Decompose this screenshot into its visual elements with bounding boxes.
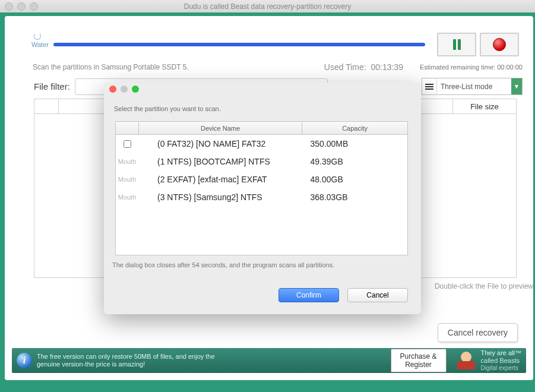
estimated-time: Estimated remaining time: 00:00:00 bbox=[420, 64, 523, 71]
spinner-label: Water bbox=[31, 41, 49, 48]
col-device-name[interactable]: Device Name bbox=[139, 122, 302, 134]
dialog-close-icon[interactable] bbox=[109, 86, 116, 93]
scan-target-text: Scan the partitions in Samsung Portable … bbox=[33, 63, 189, 71]
footer-brand: They are all™ called Beasts Digital expe… bbox=[481, 349, 521, 372]
partition-row[interactable]: Mouth(2 EXFAT) [exfat-mac] EXFAT48.00GB bbox=[116, 170, 407, 188]
dialog-titlebar bbox=[104, 83, 421, 96]
select-partition-dialog: Select the partition you want to scan. D… bbox=[104, 83, 421, 314]
partition-name: (0 FAT32) [NO NAME] FAT32 bbox=[138, 139, 308, 148]
traffic-lights bbox=[5, 2, 38, 11]
dialog-buttons: Confirm Cancel bbox=[278, 288, 408, 302]
cancel-recovery-button[interactable]: Cancel recovery bbox=[438, 323, 518, 342]
partition-check-label: Mouth bbox=[118, 194, 137, 201]
zoom-icon[interactable] bbox=[30, 2, 38, 11]
partition-rows: (0 FAT32) [NO NAME] FAT32350.00MBMouth(1… bbox=[116, 135, 407, 206]
partition-capacity: 49.39GB bbox=[308, 157, 407, 166]
partition-table: Device Name Capacity (0 FAT32) [NO NAME]… bbox=[115, 121, 408, 255]
partition-checkbox[interactable] bbox=[124, 140, 131, 148]
stop-icon bbox=[493, 38, 506, 51]
partition-capacity: 48.00GB bbox=[308, 175, 407, 184]
partition-row[interactable]: Mouth(1 NTFS) [BOOTCAMP] NTFS49.39GB bbox=[116, 153, 407, 170]
window-title: Dudu is called Beast data recovery-parti… bbox=[0, 2, 535, 11]
chevron-down-icon: ▼ bbox=[511, 78, 522, 94]
filter-label: File filter: bbox=[34, 81, 70, 91]
used-time-label: Used Time: bbox=[324, 62, 366, 72]
partition-check-label: Mouth bbox=[118, 176, 137, 183]
purchase-button[interactable]: Purchase & Register bbox=[391, 349, 447, 372]
partition-capacity: 350.00MB bbox=[308, 139, 407, 148]
partition-row[interactable]: (0 FAT32) [NO NAME] FAT32350.00MB bbox=[116, 135, 407, 153]
mascot-icon bbox=[456, 352, 476, 369]
pause-button[interactable] bbox=[437, 33, 476, 56]
window-titlebar: Dudu is called Beast data recovery-parti… bbox=[0, 0, 535, 13]
info-icon: i bbox=[17, 353, 32, 368]
dialog-subtitle: Select the partition you want to scan. bbox=[104, 96, 421, 112]
partition-name: (3 NTFS) [Samsung2] NTFS bbox=[138, 192, 308, 202]
stop-button[interactable] bbox=[480, 33, 519, 56]
partition-capacity: 368.03GB bbox=[308, 192, 407, 202]
footer-promo: The free version can only restore 50MB o… bbox=[37, 353, 233, 368]
info-row: Scan the partitions in Samsung Portable … bbox=[33, 62, 523, 72]
pause-icon bbox=[453, 39, 461, 50]
col-select[interactable] bbox=[116, 122, 139, 134]
view-mode-label: Three-List mode bbox=[437, 83, 511, 91]
partition-row[interactable]: Mouth(3 NTFS) [Samsung2] NTFS368.03GB bbox=[116, 188, 407, 206]
partition-check-label: Mouth bbox=[118, 158, 137, 165]
dialog-autoclose-text: The dialog box closes after 54 seconds, … bbox=[112, 261, 408, 269]
partition-name: (2 EXFAT) [exfat-mac] EXFAT bbox=[138, 175, 308, 184]
minimize-icon[interactable] bbox=[17, 2, 26, 11]
brand-line2: called Beasts bbox=[481, 357, 521, 365]
footer-bar: i The free version can only restore 50MB… bbox=[12, 348, 526, 373]
col-capacity[interactable]: Capacity bbox=[302, 122, 407, 134]
preview-hint: Double-click the File to preview bbox=[435, 282, 533, 290]
partition-name: (1 NTFS) [BOOTCAMP] NTFS bbox=[138, 157, 308, 166]
brand-line3: Digital experts bbox=[481, 365, 521, 372]
used-time-value: 00:13:39 bbox=[371, 62, 403, 72]
brand-line1: They are all™ bbox=[481, 349, 521, 357]
partition-table-header: Device Name Capacity bbox=[116, 122, 407, 135]
scan-progress-fill bbox=[53, 43, 425, 46]
scan-progress bbox=[53, 43, 425, 46]
dialog-zoom-icon[interactable] bbox=[132, 86, 139, 93]
list-icon bbox=[422, 78, 437, 94]
dialog-minimize-icon[interactable] bbox=[121, 86, 128, 93]
content-area: Water Scan the partitions in Samsung Por… bbox=[0, 12, 535, 392]
close-icon[interactable] bbox=[5, 2, 13, 11]
used-time: Used Time: 00:13:39 bbox=[324, 62, 403, 72]
progress-row: Water bbox=[31, 33, 519, 56]
view-mode-select[interactable]: Three-List mode ▼ bbox=[422, 78, 523, 95]
cancel-button[interactable]: Cancel bbox=[347, 288, 408, 302]
confirm-button[interactable]: Confirm bbox=[278, 288, 339, 302]
